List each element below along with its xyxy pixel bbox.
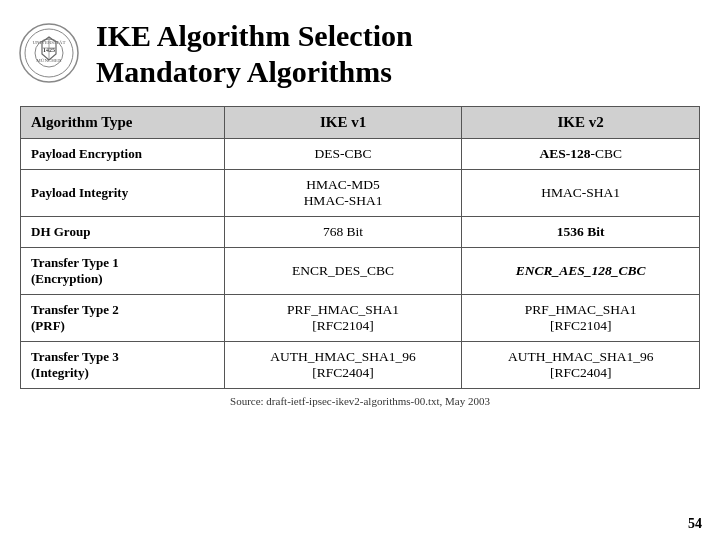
row-label-transfer-type2: Transfer Type 2(PRF) [21, 295, 225, 342]
table-row: Payload Integrity HMAC-MD5HMAC-SHA1 HMAC… [21, 170, 700, 217]
col-header-v2: IKE v2 [462, 107, 700, 139]
row-v1-payload-integrity: HMAC-MD5HMAC-SHA1 [224, 170, 462, 217]
col-header-type: Algorithm Type [21, 107, 225, 139]
row-v2-payload-encryption: AES-128-CBC [462, 139, 700, 170]
source-text: Source: draft-ietf-ipsec-ikev2-algorithm… [20, 389, 700, 407]
main-title: IKE Algorithm Selection [96, 18, 413, 54]
table-row: Payload Encryption DES-CBC AES-128-CBC [21, 139, 700, 170]
logo: UNIVERSITÄT 1425 MÜNCHEN [18, 22, 80, 84]
title-block: IKE Algorithm Selection Mandatory Algori… [90, 18, 413, 90]
row-v2-transfer-type2: PRF_HMAC_SHA1[RFC2104] [462, 295, 700, 342]
row-v1-transfer-type2: PRF_HMAC_SHA1[RFC2104] [224, 295, 462, 342]
row-label-dh-group: DH Group [21, 217, 225, 248]
table-row: DH Group 768 Bit 1536 Bit [21, 217, 700, 248]
col-header-v1: IKE v1 [224, 107, 462, 139]
table-row: Transfer Type 3(Integrity) AUTH_HMAC_SHA… [21, 342, 700, 389]
row-v2-transfer-type3: AUTH_HMAC_SHA1_96[RFC2404] [462, 342, 700, 389]
page: UNIVERSITÄT 1425 MÜNCHEN IKE Algorithm S… [0, 0, 720, 540]
algorithm-table: Algorithm Type IKE v1 IKE v2 Payload Enc… [20, 106, 700, 389]
table-row: Transfer Type 2(PRF) PRF_HMAC_SHA1[RFC21… [21, 295, 700, 342]
row-v2-transfer-type1: ENCR_AES_128_CBC [462, 248, 700, 295]
row-label-transfer-type1: Transfer Type 1(Encryption) [21, 248, 225, 295]
row-v2-dh-group: 1536 Bit [462, 217, 700, 248]
row-label-payload-encryption: Payload Encryption [21, 139, 225, 170]
row-v1-dh-group: 768 Bit [224, 217, 462, 248]
row-v2-payload-integrity: HMAC-SHA1 [462, 170, 700, 217]
row-label-transfer-type3: Transfer Type 3(Integrity) [21, 342, 225, 389]
row-v1-payload-encryption: DES-CBC [224, 139, 462, 170]
header: UNIVERSITÄT 1425 MÜNCHEN IKE Algorithm S… [0, 0, 720, 100]
table-container: Algorithm Type IKE v1 IKE v2 Payload Enc… [0, 100, 720, 411]
sub-title: Mandatory Algorithms [96, 54, 413, 90]
row-v1-transfer-type3: AUTH_HMAC_SHA1_96[RFC2404] [224, 342, 462, 389]
table-row: Transfer Type 1(Encryption) ENCR_DES_CBC… [21, 248, 700, 295]
row-v1-transfer-type1: ENCR_DES_CBC [224, 248, 462, 295]
page-number: 54 [688, 516, 702, 532]
row-label-payload-integrity: Payload Integrity [21, 170, 225, 217]
